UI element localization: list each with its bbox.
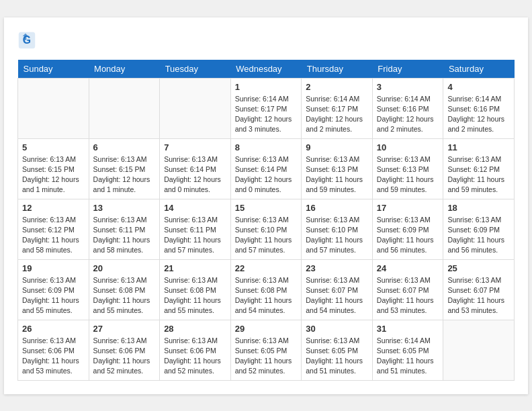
calendar-cell: 4Sunrise: 6:14 AM Sunset: 6:16 PM Daylig… bbox=[443, 78, 515, 138]
day-number: 26 bbox=[22, 324, 85, 334]
day-info: Sunrise: 6:13 AM Sunset: 6:09 PM Dayligh… bbox=[377, 215, 439, 256]
calendar-container: G SundayMondayTuesdayWednesdayThursdayFr… bbox=[4, 17, 528, 394]
weekday-header-saturday: Saturday bbox=[443, 60, 515, 79]
calendar-cell: 13Sunrise: 6:13 AM Sunset: 6:11 PM Dayli… bbox=[89, 199, 160, 259]
day-info: Sunrise: 6:13 AM Sunset: 6:13 PM Dayligh… bbox=[306, 154, 368, 195]
day-number: 13 bbox=[93, 203, 156, 213]
day-number: 25 bbox=[447, 263, 510, 273]
calendar-cell: 11Sunrise: 6:13 AM Sunset: 6:12 PM Dayli… bbox=[443, 138, 515, 199]
day-number: 21 bbox=[164, 263, 226, 273]
day-info: Sunrise: 6:13 AM Sunset: 6:14 PM Dayligh… bbox=[235, 154, 298, 195]
day-number: 22 bbox=[235, 263, 298, 273]
day-number: 17 bbox=[377, 203, 439, 213]
day-number: 8 bbox=[235, 142, 298, 152]
calendar-cell: 14Sunrise: 6:13 AM Sunset: 6:11 PM Dayli… bbox=[160, 199, 231, 259]
calendar-cell: 26Sunrise: 6:13 AM Sunset: 6:06 PM Dayli… bbox=[18, 320, 89, 380]
day-number: 10 bbox=[377, 142, 439, 152]
day-number: 12 bbox=[22, 203, 85, 213]
week-row-3: 19Sunrise: 6:13 AM Sunset: 6:09 PM Dayli… bbox=[18, 259, 515, 320]
day-number: 6 bbox=[93, 142, 156, 152]
logo: G bbox=[17, 31, 39, 50]
day-info: Sunrise: 6:13 AM Sunset: 6:06 PM Dayligh… bbox=[164, 336, 226, 377]
day-number: 7 bbox=[164, 142, 226, 152]
day-number: 9 bbox=[306, 142, 368, 152]
day-number: 24 bbox=[377, 263, 439, 273]
calendar-cell: 2Sunrise: 6:14 AM Sunset: 6:17 PM Daylig… bbox=[302, 78, 373, 138]
day-number: 2 bbox=[306, 82, 368, 92]
day-info: Sunrise: 6:13 AM Sunset: 6:09 PM Dayligh… bbox=[447, 215, 510, 256]
calendar-cell: 18Sunrise: 6:13 AM Sunset: 6:09 PM Dayli… bbox=[443, 199, 515, 259]
day-number: 29 bbox=[235, 324, 298, 334]
weekday-header-tuesday: Tuesday bbox=[160, 60, 231, 79]
week-row-0: 1Sunrise: 6:14 AM Sunset: 6:17 PM Daylig… bbox=[18, 78, 515, 138]
day-number: 16 bbox=[306, 203, 368, 213]
day-info: Sunrise: 6:13 AM Sunset: 6:05 PM Dayligh… bbox=[235, 336, 298, 377]
calendar-cell: 24Sunrise: 6:13 AM Sunset: 6:07 PM Dayli… bbox=[372, 259, 443, 320]
day-number: 27 bbox=[93, 324, 156, 334]
calendar-cell: 31Sunrise: 6:14 AM Sunset: 6:05 PM Dayli… bbox=[372, 320, 443, 380]
logo-icon: G bbox=[17, 31, 36, 50]
calendar-cell bbox=[18, 78, 89, 138]
calendar-cell: 27Sunrise: 6:13 AM Sunset: 6:06 PM Dayli… bbox=[89, 320, 160, 380]
calendar-table: SundayMondayTuesdayWednesdayThursdayFrid… bbox=[17, 60, 515, 381]
day-info: Sunrise: 6:13 AM Sunset: 6:06 PM Dayligh… bbox=[93, 336, 156, 377]
calendar-cell: 15Sunrise: 6:13 AM Sunset: 6:10 PM Dayli… bbox=[230, 199, 302, 259]
calendar-cell: 7Sunrise: 6:13 AM Sunset: 6:14 PM Daylig… bbox=[160, 138, 231, 199]
day-number: 14 bbox=[164, 203, 226, 213]
weekday-header-row: SundayMondayTuesdayWednesdayThursdayFrid… bbox=[18, 60, 515, 79]
day-number: 19 bbox=[22, 263, 85, 273]
calendar-cell: 20Sunrise: 6:13 AM Sunset: 6:08 PM Dayli… bbox=[89, 259, 160, 320]
week-row-4: 26Sunrise: 6:13 AM Sunset: 6:06 PM Dayli… bbox=[18, 320, 515, 380]
day-info: Sunrise: 6:13 AM Sunset: 6:11 PM Dayligh… bbox=[93, 215, 156, 256]
day-info: Sunrise: 6:14 AM Sunset: 6:16 PM Dayligh… bbox=[377, 94, 439, 135]
weekday-header-thursday: Thursday bbox=[302, 60, 373, 79]
calendar-cell: 6Sunrise: 6:13 AM Sunset: 6:15 PM Daylig… bbox=[89, 138, 160, 199]
day-info: Sunrise: 6:13 AM Sunset: 6:08 PM Dayligh… bbox=[164, 275, 226, 316]
day-number: 11 bbox=[447, 142, 510, 152]
day-info: Sunrise: 6:13 AM Sunset: 6:07 PM Dayligh… bbox=[447, 275, 510, 316]
calendar-cell: 5Sunrise: 6:13 AM Sunset: 6:15 PM Daylig… bbox=[18, 138, 89, 199]
calendar-cell: 12Sunrise: 6:13 AM Sunset: 6:12 PM Dayli… bbox=[18, 199, 89, 259]
day-number: 23 bbox=[306, 263, 368, 273]
weekday-header-wednesday: Wednesday bbox=[230, 60, 302, 79]
calendar-cell: 21Sunrise: 6:13 AM Sunset: 6:08 PM Dayli… bbox=[160, 259, 231, 320]
day-number: 31 bbox=[377, 324, 439, 334]
calendar-cell bbox=[443, 320, 515, 380]
day-info: Sunrise: 6:14 AM Sunset: 6:05 PM Dayligh… bbox=[377, 336, 439, 377]
day-number: 30 bbox=[306, 324, 368, 334]
week-row-2: 12Sunrise: 6:13 AM Sunset: 6:12 PM Dayli… bbox=[18, 199, 515, 259]
day-info: Sunrise: 6:13 AM Sunset: 6:11 PM Dayligh… bbox=[164, 215, 226, 256]
day-info: Sunrise: 6:13 AM Sunset: 6:07 PM Dayligh… bbox=[306, 275, 368, 316]
day-number: 1 bbox=[235, 82, 298, 92]
day-info: Sunrise: 6:13 AM Sunset: 6:12 PM Dayligh… bbox=[447, 154, 510, 195]
day-info: Sunrise: 6:13 AM Sunset: 6:15 PM Dayligh… bbox=[93, 154, 156, 195]
calendar-cell: 25Sunrise: 6:13 AM Sunset: 6:07 PM Dayli… bbox=[443, 259, 515, 320]
calendar-cell bbox=[160, 78, 231, 138]
calendar-cell: 22Sunrise: 6:13 AM Sunset: 6:08 PM Dayli… bbox=[230, 259, 302, 320]
calendar-cell: 29Sunrise: 6:13 AM Sunset: 6:05 PM Dayli… bbox=[230, 320, 302, 380]
day-info: Sunrise: 6:14 AM Sunset: 6:17 PM Dayligh… bbox=[235, 94, 298, 135]
calendar-cell: 10Sunrise: 6:13 AM Sunset: 6:13 PM Dayli… bbox=[372, 138, 443, 199]
weekday-header-monday: Monday bbox=[89, 60, 160, 79]
day-info: Sunrise: 6:13 AM Sunset: 6:09 PM Dayligh… bbox=[22, 275, 85, 316]
day-info: Sunrise: 6:13 AM Sunset: 6:07 PM Dayligh… bbox=[377, 275, 439, 316]
day-info: Sunrise: 6:13 AM Sunset: 6:15 PM Dayligh… bbox=[22, 154, 85, 195]
calendar-cell: 28Sunrise: 6:13 AM Sunset: 6:06 PM Dayli… bbox=[160, 320, 231, 380]
calendar-cell: 30Sunrise: 6:13 AM Sunset: 6:05 PM Dayli… bbox=[302, 320, 373, 380]
day-number: 18 bbox=[447, 203, 510, 213]
day-info: Sunrise: 6:13 AM Sunset: 6:08 PM Dayligh… bbox=[235, 275, 298, 316]
weekday-header-sunday: Sunday bbox=[18, 60, 89, 79]
header: G bbox=[17, 31, 515, 50]
day-number: 4 bbox=[447, 82, 510, 92]
week-row-1: 5Sunrise: 6:13 AM Sunset: 6:15 PM Daylig… bbox=[18, 138, 515, 199]
day-number: 28 bbox=[164, 324, 226, 334]
day-info: Sunrise: 6:13 AM Sunset: 6:06 PM Dayligh… bbox=[22, 336, 85, 377]
calendar-cell: 19Sunrise: 6:13 AM Sunset: 6:09 PM Dayli… bbox=[18, 259, 89, 320]
day-info: Sunrise: 6:13 AM Sunset: 6:13 PM Dayligh… bbox=[377, 154, 439, 195]
calendar-cell: 23Sunrise: 6:13 AM Sunset: 6:07 PM Dayli… bbox=[302, 259, 373, 320]
day-number: 15 bbox=[235, 203, 298, 213]
day-number: 3 bbox=[377, 82, 439, 92]
calendar-cell: 3Sunrise: 6:14 AM Sunset: 6:16 PM Daylig… bbox=[372, 78, 443, 138]
day-info: Sunrise: 6:14 AM Sunset: 6:17 PM Dayligh… bbox=[306, 94, 368, 135]
day-info: Sunrise: 6:13 AM Sunset: 6:05 PM Dayligh… bbox=[306, 336, 368, 377]
